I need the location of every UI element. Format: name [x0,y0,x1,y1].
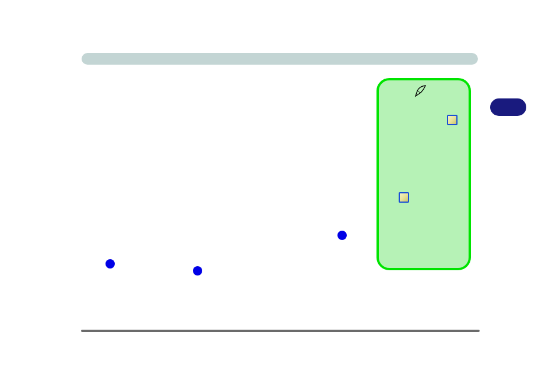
thumbnail-1[interactable] [447,115,458,125]
selection-panel[interactable] [376,78,471,270]
data-point-1[interactable] [105,259,115,269]
pen-icon[interactable] [414,84,428,98]
top-bar [82,53,478,65]
bottom-divider [81,330,480,332]
data-point-3[interactable] [337,231,347,240]
side-badge[interactable] [490,98,526,116]
data-point-2[interactable] [193,266,202,276]
pen-svg [414,84,428,98]
thumbnail-2[interactable] [399,192,409,203]
canvas [0,0,556,392]
